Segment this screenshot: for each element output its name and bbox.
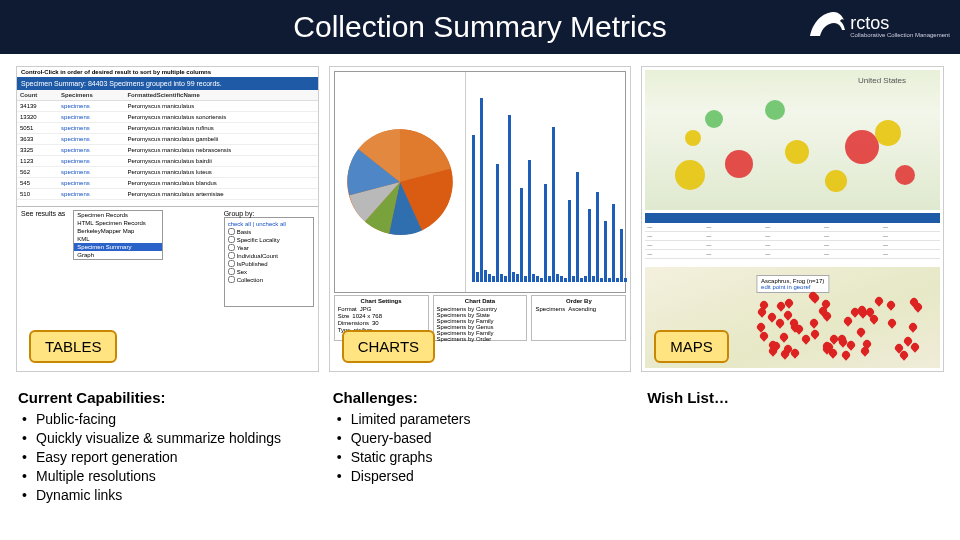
col-specimens[interactable]: Specimens [58,90,124,101]
map-pin[interactable] [760,332,768,340]
bar [608,278,611,282]
specimen-table[interactable]: Count Specimens FormattedScientificName … [17,90,318,200]
map-pin[interactable] [780,333,788,341]
group-option[interactable]: Year [228,244,310,251]
map-pin[interactable] [847,341,855,349]
bar [500,274,503,282]
map-pin[interactable] [838,335,846,343]
table-row[interactable]: 3633specimensPeromyscus maniculatus gamb… [17,134,318,145]
map-pin[interactable] [863,340,871,348]
bar [520,188,523,282]
bar [476,272,479,282]
bar [572,276,575,282]
map-pin[interactable] [888,319,896,327]
map-pin[interactable] [842,351,850,359]
map-pin[interactable] [784,345,792,353]
group-option[interactable]: Basis [228,228,310,235]
table-row[interactable]: 1123specimensPeromyscus maniculatus bair… [17,156,318,167]
table-row[interactable]: 562specimensPeromyscus maniculatus luteu… [17,167,318,178]
pie-chart [335,72,466,292]
map-pin[interactable] [911,343,919,351]
map-pin[interactable] [875,297,883,305]
size-label: Size [338,313,350,319]
map-pin[interactable] [844,317,852,325]
bear-icon [808,8,848,38]
dim-val: 30 [372,320,379,326]
col-name[interactable]: FormattedScientificName [124,90,317,101]
group-option[interactable]: IsPublished [228,260,310,267]
table-row[interactable]: 34139specimensPeromyscus maniculatus [17,101,318,112]
view-option[interactable]: HTML Specimen Records [74,219,162,227]
map-pin[interactable] [811,330,819,338]
map-pin[interactable] [777,302,785,310]
table-row[interactable]: 545specimensPeromyscus maniculatus bland… [17,178,318,189]
view-option[interactable]: Specimen Records [74,211,162,219]
group-option[interactable]: check all | uncheck all [228,221,310,227]
map-popup[interactable]: Ascaphrus, Frog (n=17) edit point in geo… [756,275,829,293]
heat-dot [765,100,785,120]
view-option[interactable]: KML [74,235,162,243]
see-results-label: See results as [21,210,65,217]
table-row[interactable]: 13320specimensPeromyscus maniculatus son… [17,112,318,123]
map-pin[interactable] [776,319,784,327]
map-pin[interactable] [784,311,792,319]
heat-dot [845,130,879,164]
wishlist-title: Wish List… [647,388,942,408]
popup-link[interactable]: edit point in georef [761,284,824,290]
view-select[interactable]: Specimen RecordsHTML Specimen RecordsBer… [73,210,163,260]
charts-tag: CHARTS [342,330,435,363]
map-pin[interactable] [830,335,838,343]
map-pin[interactable] [866,308,874,316]
view-option[interactable]: BerkeleyMapper Map [74,227,162,235]
group-by-box[interactable]: check all | uncheck all Basis Specific L… [224,217,314,307]
table-row[interactable]: 3325specimensPeromyscus maniculatus nebr… [17,145,318,156]
bar [480,98,483,282]
table-row[interactable]: 5051specimensPeromyscus maniculatus rufi… [17,123,318,134]
map-pin[interactable] [810,319,818,327]
view-option[interactable]: Specimen Summary [74,243,162,251]
heat-dot [875,120,901,146]
bar [516,274,519,282]
group-option[interactable]: Specific Locality [228,236,310,243]
heat-dot [675,160,705,190]
bar [512,272,515,282]
view-option[interactable]: Graph [74,251,162,259]
bar [504,276,507,282]
group-option[interactable]: Sex [228,268,310,275]
map-pin[interactable] [785,299,793,307]
charts-panel: Chart Settings FormatJPG Size1024 x 768 … [329,66,632,372]
challenges-title: Challenges: [333,388,628,408]
slide-title: Collection Summary Metrics [293,10,666,44]
map-pin[interactable] [857,328,865,336]
map-pin[interactable] [887,301,895,309]
tables-panel: Control-Click in order of desired result… [16,66,319,372]
map-pin[interactable] [851,308,859,316]
bar [492,276,495,282]
map-pin[interactable] [900,351,908,359]
bar [564,278,567,282]
chart-data-box[interactable]: Chart Data Specimens by CountrySpecimens… [433,295,528,341]
heat-dot [895,165,915,185]
map-pin[interactable] [791,349,799,357]
map-pin[interactable] [757,323,765,331]
map-pin[interactable] [909,323,917,331]
group-option[interactable]: Collection [228,276,310,283]
group-by-label: Group by: [224,210,314,217]
map-pin[interactable] [769,341,777,349]
map-pin[interactable] [910,298,918,306]
heat-map[interactable]: United States [645,70,940,210]
order-by-box[interactable]: Order By Specimens Ascending [531,295,626,341]
map-pin[interactable] [809,292,817,300]
map-pin[interactable] [819,307,827,315]
group-option[interactable]: IndividualCount [228,252,310,259]
capabilities-title: Current Capabilities: [18,388,313,408]
map-pin[interactable] [758,308,766,316]
capability-item: Public-facing [22,410,313,429]
map-pin[interactable] [870,315,878,323]
chart-data-item[interactable]: Specimens by Order [437,336,524,342]
table-row[interactable]: 510specimensPeromyscus maniculatus artem… [17,189,318,200]
map-pin[interactable] [790,319,798,327]
map-pin[interactable] [802,335,810,343]
col-count[interactable]: Count [17,90,58,101]
map-pin[interactable] [823,345,831,353]
